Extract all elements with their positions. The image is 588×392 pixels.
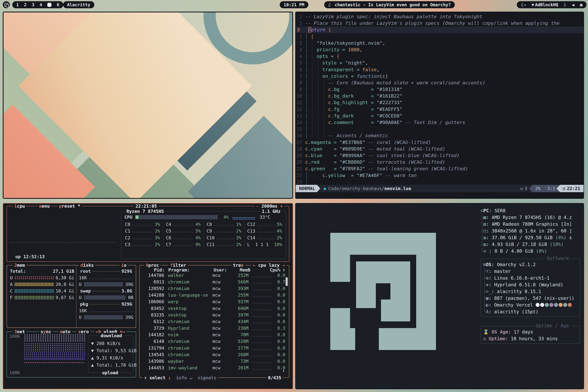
- theme-palette-dot: [550, 303, 554, 307]
- code-line[interactable]: 9│ │ │ │ c.bg = "#101318": [296, 86, 584, 93]
- code-line[interactable]: 22│ c.yellow = "#E7A46F" -- warm tan: [296, 172, 584, 179]
- mem-total-label: Total:: [10, 268, 26, 274]
- upload-label: upload: [100, 370, 120, 376]
- code-line[interactable]: 1-- Place this file under LazyVim's plug…: [296, 20, 584, 26]
- code-line[interactable]: 15│ │ │ │: [296, 126, 584, 132]
- code-line[interactable]: 21c.green = "#789FA2" -- teal-leaning gr…: [296, 166, 584, 172]
- net-scale-top: 100K: [9, 334, 20, 339]
- layout-mode-button[interactable]: [3, 1, 10, 8]
- adblock-item[interactable]: ▼ AdBlockHQ: [532, 2, 558, 7]
- clock-pill[interactable]: 10:21 PM: [280, 1, 308, 8]
- cpu-core-grid: C03%C44%C81%C125%C12%C55%C92%C134%C23%C6…: [121, 220, 286, 249]
- transfer-direction-icon: ▲: [91, 362, 96, 368]
- cpu-core-stat: C81%: [204, 221, 244, 228]
- net-sync-button[interactable]: sync: [39, 329, 53, 334]
- fastfetch-row-icon: ▣: [486, 296, 488, 301]
- adblock-label: AdBlockHQ: [535, 2, 558, 7]
- process-row[interactable]: 3729Hyprlandmcw236M0.3: [140, 325, 289, 332]
- process-row[interactable]: 144786walkermcw252M0.0: [140, 272, 289, 278]
- code-line[interactable]: 20c.red = "#CB886D" -- terracotta (WCAG-…: [296, 159, 584, 166]
- nvim-lines[interactable]: 2-- LazyVim plugin spec: inject Bauhaus …: [296, 13, 584, 185]
- clock: 10:21 PM: [284, 2, 304, 7]
- fastfetch-row-icon: ◳: [484, 228, 486, 234]
- cpu-core-stat: C64%: [163, 234, 204, 241]
- proc-scrollbar-thumb[interactable]: [286, 277, 288, 286]
- memory-usage-dots: [14, 282, 54, 286]
- proc-tree-button[interactable]: tree: [231, 262, 245, 268]
- workspace-button[interactable]: 3: [32, 2, 34, 7]
- process-row[interactable]: 6148chromiummcw528M0.0: [140, 338, 289, 345]
- cpu-box-title[interactable]: 1cpu: [13, 203, 26, 209]
- code-line[interactable]: 10│ │ │ │ c.bg_dark = "#161B22": [296, 93, 584, 99]
- process-row[interactable]: 120592chromiummcw393M0.0: [140, 285, 289, 292]
- process-row[interactable]: 83452vesktopmcw606M0.0: [140, 305, 289, 312]
- code-line[interactable]: 1│ {: [296, 33, 584, 40]
- fastfetch-info-row: ├>_: alacritty 0.15.1: [483, 288, 580, 295]
- code-line[interactable]: 7│ │ │ on_colors = function(c): [296, 73, 584, 80]
- cpu-preset-button[interactable]: preset *: [58, 203, 82, 209]
- code-line[interactable]: 13│ │ │ │ c.fg_dark = "#C6CED8": [296, 112, 584, 119]
- process-row[interactable]: 106066warpmcw937M0.0: [140, 298, 289, 305]
- code-line[interactable]: 17c.magenta = "#E37B66" -- coral (WCAG-l…: [296, 139, 584, 146]
- workspace-active-indicator[interactable]: [47, 3, 52, 7]
- code-line[interactable]: 2│ │ "folke/tokyonight.nvim",: [296, 40, 584, 46]
- fastfetch-info-row: ├⚙: Linux 6.16.6-arch1-1: [483, 274, 580, 281]
- workspace-button[interactable]: 2: [24, 2, 27, 7]
- uptime-info-row: ◷ Uptime: 10 hours, 33 mins: [483, 335, 580, 342]
- proc-more-arrow[interactable]: ↓: [282, 368, 285, 373]
- mem-box-title[interactable]: 2mem: [13, 262, 26, 268]
- process-row[interactable]: 143986waybarmcw73M0.0: [140, 358, 289, 364]
- line-number: 12: [296, 106, 305, 112]
- proc-footer-keys[interactable]: ↑ select ↓ info ↵ signals: [142, 375, 218, 381]
- code-line[interactable]: 19c.blue = "#8999AA" -- cool steel-blue …: [296, 152, 584, 159]
- process-row[interactable]: 6312chromiummcw434M0.0: [140, 318, 289, 325]
- net-auto-button[interactable]: auto: [58, 329, 72, 334]
- code-line[interactable]: 3return {: [296, 26, 584, 33]
- proc-sort-selector[interactable]: ← cpu lazy →: [251, 262, 286, 268]
- screencast-icon[interactable]: (→: [521, 2, 526, 7]
- proc-filter-button[interactable]: filter: [168, 262, 188, 268]
- code-line[interactable]: 5│ │ │ style = "night",: [296, 60, 584, 66]
- cpu-interval-control[interactable]: - 2000ms +: [254, 203, 284, 209]
- line-number: 14: [296, 119, 305, 126]
- workspace-button[interactable]: 1: [16, 2, 19, 7]
- cpu-core-stat: C92%: [204, 228, 244, 234]
- code-line[interactable]: 18c.cyan = "#809D9E" -- muted teal (WCAG…: [296, 146, 584, 152]
- proc-box-title[interactable]: 4proc: [144, 262, 160, 268]
- uptime-section-label: Uptime / Age: [534, 323, 571, 328]
- bluetooth-icon[interactable]: ᛒ: [564, 2, 566, 7]
- cpu-chip-icon[interactable]: ▣: [580, 2, 582, 7]
- code-line[interactable]: 4│ │ opts = {: [296, 53, 584, 60]
- process-row[interactable]: 144182nvimmcw70M0.0: [140, 332, 289, 338]
- code-line[interactable]: 16│ │ │ │ -- Accents / semantic: [296, 132, 584, 139]
- code-line[interactable]: 11│ │ │ │ c.bg_highlight = "#222733": [296, 99, 584, 106]
- process-row[interactable]: 134545chromiummcw260M0.0: [140, 351, 289, 358]
- code-line[interactable]: 12│ │ │ │ c.fg = "#EAEFF5": [296, 106, 584, 112]
- code-line[interactable]: 23│: [296, 179, 584, 185]
- process-row[interactable]: 83235vesktopmcw397M0.0: [140, 312, 289, 318]
- line-number: 13: [296, 112, 305, 119]
- adblock-shield-icon: ▼: [532, 2, 534, 7]
- code-line[interactable]: 3│ │ priority = 1000,: [296, 46, 584, 53]
- code-line[interactable]: 14│ │ │ │ c.comment = "#98A0AE" -- Text …: [296, 119, 584, 126]
- workspaces-pill[interactable]: 12346: [12, 1, 63, 8]
- code-line[interactable]: 6│ │ │ transparent = false,: [296, 66, 584, 73]
- media-pill[interactable]: ♫ chantastic - Is LazyVim even good on O…: [324, 1, 455, 8]
- line-number: 17: [296, 139, 305, 146]
- workspace-button[interactable]: 6: [57, 2, 59, 7]
- disks-toggle[interactable]: disks: [79, 262, 95, 268]
- transfer-direction-icon: ▼: [91, 341, 96, 346]
- process-row[interactable]: 144453imv-waylandmcw201M0.0: [140, 364, 289, 371]
- io-toggle[interactable]: io: [120, 262, 128, 268]
- code-line[interactable]: 8│ │ │ │ -- Core (Bauhaus muted slate + …: [296, 80, 584, 86]
- net-zero-button[interactable]: zero: [76, 329, 90, 334]
- process-row[interactable]: 131794chromiummcw277M0.0: [140, 345, 289, 351]
- volume-icon[interactable]: ◀: [572, 2, 574, 7]
- net-stat-row: ▲ Total: 1,78 GiB: [91, 362, 133, 368]
- fastfetch-row-icon: A: [486, 309, 488, 314]
- process-row[interactable]: 144288lua-language-semcw255M0.0: [140, 292, 289, 298]
- cpu-menu-button[interactable]: menu: [38, 203, 51, 209]
- workspace-button[interactable]: 4: [40, 2, 42, 7]
- process-row[interactable]: 6913chromiummcw566M0.7: [140, 278, 289, 285]
- code-line[interactable]: 2-- LazyVim plugin spec: inject Bauhaus …: [296, 13, 584, 20]
